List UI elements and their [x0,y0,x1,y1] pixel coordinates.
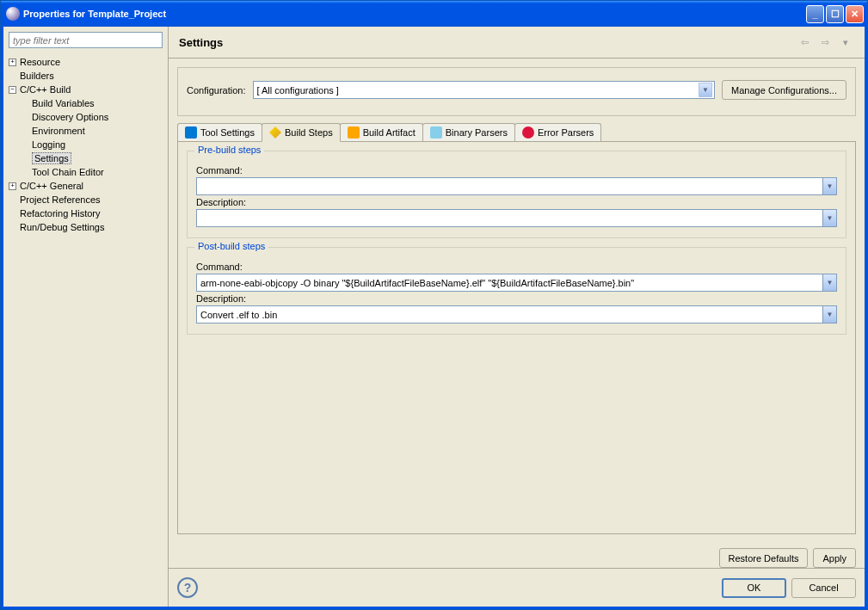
postbuild-description-label: Description: [196,293,837,304]
tree-item[interactable]: Run/Debug Settings [9,220,163,234]
apply-button[interactable]: Apply [813,548,856,568]
chevron-down-icon[interactable]: ▼ [822,305,837,323]
apply-row: Restore Defaults Apply [169,543,865,568]
window-controls: _ ☐ ✕ [806,5,864,23]
tree-item-label: Resource [20,57,60,67]
ok-button[interactable]: OK [722,578,786,598]
prebuild-command-input[interactable] [196,177,822,195]
tree-item-label: C/C++ General [20,181,83,191]
tree-item[interactable]: Builders [9,69,163,83]
steps-icon [269,126,281,139]
minimize-button[interactable]: _ [806,5,824,23]
forward-icon[interactable]: ⇨ [816,34,834,51]
prebuild-description-combo[interactable]: ▼ [196,209,837,227]
maximize-button[interactable]: ☐ [826,5,844,23]
tab-tool-settings[interactable]: Tool Settings [177,123,262,141]
sidebar: +ResourceBuilders−C/C++ BuildBuild Varia… [3,27,169,607]
tree-item-label: Project References [20,194,101,205]
artifact-icon [348,126,360,139]
prebuild-legend: Pre-build steps [194,145,264,155]
tab-build-steps[interactable]: Build Steps [262,123,341,142]
tree-item[interactable]: Environment [9,124,163,138]
content-area: Configuration: [ All configurations ] ▼ … [169,59,865,543]
menu-chevron-icon[interactable]: ▾ [837,34,854,51]
tree-item-label: C/C++ Build [20,84,71,95]
prebuild-description-input[interactable] [196,209,822,227]
tree-item[interactable]: Project References [9,193,163,206]
postbuild-description-combo[interactable]: ▼ [196,305,837,323]
properties-dialog: Properties for Template_Project _ ☐ ✕ +R… [0,0,868,610]
restore-defaults-button[interactable]: Restore Defaults [719,548,809,568]
expand-icon[interactable]: + [9,59,16,66]
tree-item[interactable]: Build Variables [9,96,163,110]
tab-label: Binary Parsers [446,127,508,138]
tree-item[interactable]: −C/C++ Build [9,83,163,96]
prebuild-description-label: Description: [196,197,837,207]
prebuild-command-label: Command: [196,165,837,176]
dialog-footer: ? OK Cancel [169,568,865,607]
cancel-button[interactable]: Cancel [791,578,856,598]
chevron-down-icon[interactable]: ▼ [699,83,712,97]
chevron-down-icon[interactable]: ▼ [822,177,837,195]
tab-label: Build Steps [285,127,333,138]
page-header: Settings ⇦ ⇨ ▾ [169,27,865,59]
prebuild-command-combo[interactable]: ▼ [196,177,837,195]
title-bar: Properties for Template_Project _ ☐ ✕ [1,1,867,27]
eclipse-icon [6,7,20,21]
tab-build-artifact[interactable]: Build Artifact [340,123,423,141]
tree-item[interactable]: Tool Chain Editor [9,165,163,179]
tree-item[interactable]: Logging [9,138,163,151]
tree-item-label: Environment [32,126,85,136]
main-area: Settings ⇦ ⇨ ▾ Configuration: [ All conf… [169,27,865,607]
binary-icon [430,126,442,139]
tree-item-label: Discovery Options [32,112,108,122]
tool-icon [185,126,197,139]
tab-label: Error Parsers [538,127,594,138]
dialog-body: +ResourceBuilders−C/C++ BuildBuild Varia… [1,27,867,609]
tab-binary-parsers[interactable]: Binary Parsers [422,123,515,141]
filter-input[interactable] [9,32,163,48]
build-steps-panel: Pre-build steps Command: ▼ Description: … [177,141,856,534]
tab-label: Build Artifact [363,127,416,138]
tree-item[interactable]: +Resource [9,55,163,69]
window-title: Properties for Template_Project [23,9,806,19]
tree-item-label: Tool Chain Editor [32,167,104,177]
footer-buttons: OK Cancel [722,578,856,598]
configuration-label: Configuration: [187,85,246,96]
tree-item[interactable]: +C/C++ General [9,179,163,193]
tree-item[interactable]: Refactoring History [9,206,163,220]
tree-item[interactable]: Discovery Options [9,110,163,124]
error-icon [522,126,534,139]
tree-item-label: Refactoring History [20,208,101,219]
page-title: Settings [179,36,792,49]
tree-item-label: Settings [32,152,71,164]
tabs-row: Tool SettingsBuild StepsBuild ArtifactBi… [177,123,856,141]
chevron-down-icon[interactable]: ▼ [822,274,837,292]
postbuild-legend: Post-build steps [194,241,268,251]
configuration-panel: Configuration: [ All configurations ] ▼ … [177,67,856,116]
help-icon[interactable]: ? [177,577,198,598]
collapse-icon[interactable]: − [9,86,16,94]
tab-label: Tool Settings [200,127,255,138]
tree-item[interactable]: Settings [9,151,163,165]
back-icon[interactable]: ⇦ [796,34,813,51]
postbuild-group: Post-build steps Command: ▼ Description:… [187,247,846,335]
configuration-select[interactable]: [ All configurations ] ▼ [253,81,716,99]
postbuild-description-input[interactable] [196,305,822,323]
postbuild-command-combo[interactable]: ▼ [196,274,837,292]
close-button[interactable]: ✕ [846,5,864,23]
tab-error-parsers[interactable]: Error Parsers [514,123,601,141]
chevron-down-icon[interactable]: ▼ [822,209,837,227]
tree-item-label: Run/Debug Settings [20,222,104,232]
postbuild-command-input[interactable] [196,274,822,292]
manage-configurations-button[interactable]: Manage Configurations... [722,80,846,100]
configuration-value: [ All configurations ] [257,85,339,96]
postbuild-command-label: Command: [196,262,837,272]
property-tree[interactable]: +ResourceBuilders−C/C++ BuildBuild Varia… [9,55,163,601]
prebuild-group: Pre-build steps Command: ▼ Description: … [187,151,846,238]
tree-item-label: Logging [32,139,65,150]
tree-item-label: Builders [20,71,54,81]
tree-item-label: Build Variables [32,98,95,108]
expand-icon[interactable]: + [9,182,16,190]
